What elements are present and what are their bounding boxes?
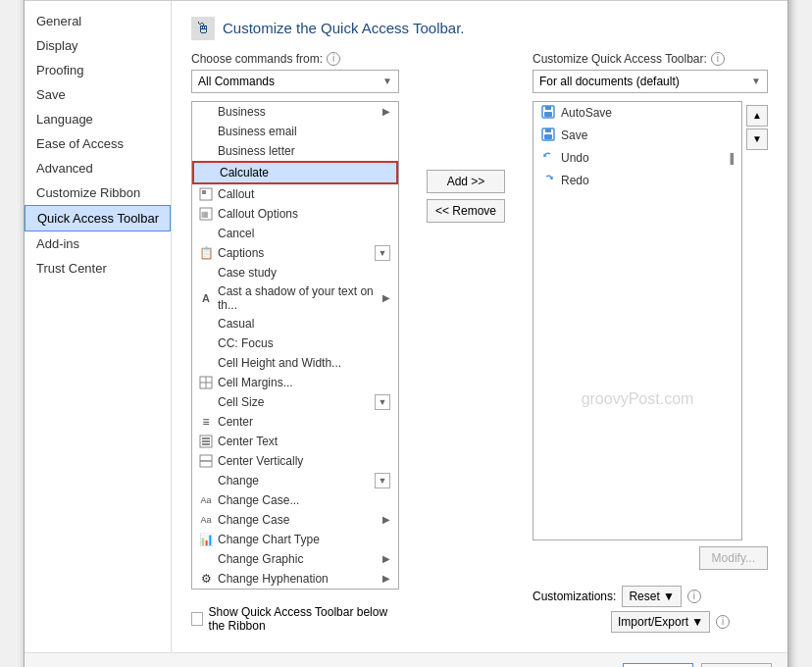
list-item[interactable]: 📋 Captions ▼ <box>192 243 398 263</box>
move-down-button[interactable]: ▼ <box>746 128 768 150</box>
item-icon: A <box>198 290 214 306</box>
item-icon: ⚙ <box>198 571 214 587</box>
right-column: Customize Quick Access Toolbar: i For al… <box>533 52 768 637</box>
list-item[interactable]: Aa Change Case... <box>192 490 398 510</box>
item-arrow: ▶ <box>382 292 390 303</box>
autosave-icon <box>541 105 555 122</box>
list-item[interactable]: Cell Height and Width... <box>192 353 398 373</box>
separator-indicator: ▐ <box>727 153 734 164</box>
commands-label: Choose commands from: i <box>191 52 399 66</box>
sidebar-item-customize-ribbon[interactable]: Customize Ribbon <box>25 180 171 205</box>
svg-rect-8 <box>202 437 210 439</box>
svg-rect-18 <box>544 134 552 139</box>
list-item[interactable]: Cell Margins... <box>192 373 398 392</box>
show-toolbar-row: Show Quick Access Toolbar below the Ribb… <box>191 597 399 637</box>
item-icon: 📊 <box>198 532 214 547</box>
section-title-text: Customize the Quick Access Toolbar. <box>223 20 465 36</box>
cancel-button[interactable]: Cancel <box>701 663 772 668</box>
svg-rect-1 <box>202 190 206 194</box>
item-icon: 📋 <box>198 245 214 261</box>
right-dropdown[interactable]: For all documents (default) ▼ <box>533 70 768 93</box>
item-icon <box>198 124 214 139</box>
list-item[interactable]: CC: Focus <box>192 334 398 353</box>
sidebar-item-save[interactable]: Save <box>25 82 171 107</box>
move-up-button[interactable]: ▲ <box>746 105 768 127</box>
list-item[interactable]: Center Vertically <box>192 451 398 471</box>
item-icon <box>198 186 214 202</box>
right-info-icon[interactable]: i <box>711 52 725 66</box>
word-options-dialog: Word Options ? ✕ General Display Proofin… <box>24 0 788 667</box>
commands-list[interactable]: Business ▶ Business email Business lette… <box>191 101 399 590</box>
sidebar-item-display[interactable]: Display <box>25 33 171 58</box>
item-icon <box>198 265 214 281</box>
sidebar-item-quick-access-toolbar[interactable]: Quick Access Toolbar <box>25 205 171 231</box>
list-item[interactable]: ≡ Center <box>192 412 398 432</box>
dropdown-indicator: ▼ <box>375 394 390 410</box>
sidebar: General Display Proofing Save Language E… <box>25 1 172 652</box>
sidebar-item-proofing[interactable]: Proofing <box>25 58 171 82</box>
list-item[interactable]: Change ▼ <box>192 471 398 490</box>
commands-dropdown[interactable]: All Commands ▼ <box>191 70 399 93</box>
dialog-body: General Display Proofing Save Language E… <box>25 1 787 652</box>
dropdown-indicator: ▼ <box>375 245 390 261</box>
sidebar-item-advanced[interactable]: Advanced <box>25 156 171 180</box>
sidebar-item-trust-center[interactable]: Trust Center <box>25 256 171 281</box>
remove-button[interactable]: << Remove <box>427 199 505 223</box>
svg-rect-17 <box>545 128 551 132</box>
right-dropdown-value: For all documents (default) <box>539 75 680 88</box>
list-item[interactable]: Business email <box>192 122 398 141</box>
sidebar-item-add-ins[interactable]: Add-ins <box>25 231 171 256</box>
list-item[interactable]: Casual <box>192 314 398 334</box>
right-list-item[interactable]: Save <box>533 125 741 147</box>
modify-button[interactable]: Modify... <box>699 546 768 570</box>
ok-button[interactable]: OK <box>623 663 693 668</box>
item-icon <box>198 551 214 567</box>
item-icon <box>198 143 214 159</box>
item-icon <box>198 473 214 488</box>
item-icon <box>200 165 216 180</box>
item-icon <box>198 355 214 371</box>
show-toolbar-checkbox[interactable] <box>191 612 203 626</box>
import-export-row: Import/Export ▼ i <box>533 611 768 633</box>
sidebar-item-general[interactable]: General <box>25 9 171 33</box>
svg-rect-15 <box>544 112 552 117</box>
right-list-item[interactable]: Redo <box>533 170 741 192</box>
customizations-label: Customizations: <box>533 590 616 603</box>
svg-text:▦: ▦ <box>201 210 209 219</box>
list-item[interactable]: Cancel <box>192 224 398 243</box>
list-item[interactable]: Cell Size ▼ <box>192 392 398 412</box>
import-export-info-icon[interactable]: i <box>716 615 730 629</box>
list-item[interactable]: ⚙ Change Hyphenation ▶ <box>192 569 398 589</box>
add-button[interactable]: Add >> <box>427 170 505 193</box>
list-item[interactable]: 📊 Change Chart Type <box>192 530 398 549</box>
svg-rect-9 <box>202 440 210 442</box>
undo-icon <box>541 150 555 167</box>
list-item[interactable]: Callout <box>192 184 398 204</box>
list-item[interactable]: Business ▶ <box>192 102 398 122</box>
list-item[interactable]: A Cast a shadow of your text on th... ▶ <box>192 282 398 314</box>
right-dropdown-arrow: ▼ <box>751 76 761 86</box>
commands-dropdown-arrow: ▼ <box>382 76 392 86</box>
right-commands-list[interactable]: AutoSave Save <box>533 101 742 540</box>
list-item[interactable]: Business letter <box>192 141 398 161</box>
list-item-calculate[interactable]: Calculate <box>192 161 398 184</box>
svg-rect-14 <box>545 106 551 110</box>
list-item[interactable]: Aa Change Case ▶ <box>192 510 398 530</box>
list-item[interactable]: Change Graphic ▶ <box>192 549 398 569</box>
commands-info-icon[interactable]: i <box>327 52 340 66</box>
list-item[interactable]: ▦ Callout Options <box>192 204 398 224</box>
svg-rect-10 <box>202 443 210 445</box>
item-icon <box>198 104 214 120</box>
watermark: groovyPost.com <box>582 390 694 408</box>
import-export-button[interactable]: Import/Export ▼ <box>611 611 710 633</box>
sidebar-item-language[interactable]: Language <box>25 107 171 131</box>
list-item[interactable]: Center Text <box>192 432 398 451</box>
reset-info-icon[interactable]: i <box>687 590 701 603</box>
right-list-item[interactable]: Undo ▐ <box>533 147 741 170</box>
modify-container: Modify... <box>533 546 768 578</box>
list-item[interactable]: Case study <box>192 263 398 282</box>
sidebar-item-ease-of-access[interactable]: Ease of Access <box>25 131 171 156</box>
item-icon <box>198 226 214 241</box>
reset-button[interactable]: Reset ▼ <box>622 586 682 607</box>
right-list-item[interactable]: AutoSave <box>533 102 741 125</box>
